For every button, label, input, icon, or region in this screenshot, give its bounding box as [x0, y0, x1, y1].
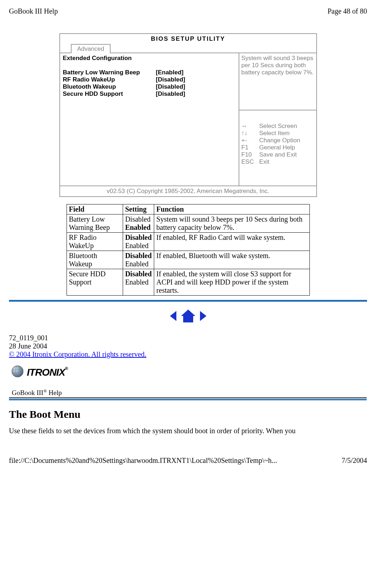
svg-marker-1: [181, 310, 195, 322]
nav-icons: [9, 309, 367, 323]
cell-field: Secure HDD Support: [67, 269, 123, 296]
cell-field: RF Radio WakeUp: [67, 233, 123, 251]
bios-row-value: [Disabled]: [156, 83, 185, 90]
bios-row-label: RF Radio WakeUp: [63, 76, 156, 83]
cell-setting: DisabledEnabled: [123, 251, 154, 269]
header-left: GoBook III Help: [9, 7, 58, 15]
key-action: General Help: [259, 144, 295, 151]
brand-logo: ITRONIX®: [9, 365, 367, 380]
bios-title: BIOS SETUP UTILITY: [60, 34, 316, 44]
document-id: 72_0119_001: [9, 334, 367, 342]
key: ↔: [241, 123, 259, 130]
nav-next-icon[interactable]: [198, 311, 208, 319]
col-setting: Setting: [123, 204, 154, 214]
key-action: Select Item: [259, 130, 290, 137]
bios-section-heading: Extended Configuration: [63, 55, 236, 62]
key: ESC: [241, 158, 259, 165]
bios-row: Battery Low Warning Beep [Enabled]: [63, 69, 236, 76]
cell-setting: DisabledEnabled: [123, 214, 154, 233]
table-row: RF Radio WakeUp DisabledEnabled If enabl…: [67, 233, 309, 251]
section-body: Use these fields to set the devices from…: [9, 427, 367, 435]
bios-screenshot: BIOS SETUP UTILITY Advanced Extended Con…: [9, 33, 367, 197]
table-row: Battery Low Warning Beep DisabledEnabled…: [67, 214, 309, 233]
document-date: 28 June 2004: [9, 342, 367, 350]
divider: [9, 300, 367, 302]
cell-function: If enabled, Bluetooth will wake system.: [154, 251, 309, 269]
col-function: Function: [154, 204, 309, 214]
cell-function: If enabled, RF Radio Card will wake syst…: [154, 233, 309, 251]
bios-row: Bluetooth Wakeup [Disabled]: [63, 83, 236, 90]
key-action: Save and Exit: [259, 151, 297, 158]
bios-footer: v02.53 (C) Copyright 1985-2002, American…: [60, 186, 316, 196]
header-right: Page 48 of 80: [327, 7, 367, 15]
key-action: Change Option: [259, 137, 300, 144]
cell-field: Battery Low Warning Beep: [67, 214, 123, 233]
nav-prev-icon[interactable]: [169, 311, 180, 319]
cell-field: Bluetooth Wakeup: [67, 251, 123, 269]
bios-help-text: System will sound 3 beeps per 10 Secs du…: [239, 53, 316, 110]
key: ↑↓: [241, 130, 259, 137]
bios-tab-advanced: Advanced: [71, 44, 111, 53]
cell-function: System will sound 3 beeps per 10 Secs du…: [154, 214, 309, 233]
globe-icon: [11, 365, 27, 380]
divider: [9, 399, 367, 400]
field-setting-function-table: Field Setting Function Battery Low Warni…: [67, 204, 310, 296]
footer-path: file://C:\Documents%20and%20Settings\har…: [9, 456, 277, 465]
page-header: GoBook III Help Page 48 of 80: [9, 7, 367, 15]
bios-row: RF Radio WakeUp [Disabled]: [63, 76, 236, 83]
bios-row-value: [Enabled]: [156, 69, 184, 76]
key: +-: [241, 137, 259, 144]
bios-row-label: Bluetooth Wakeup: [63, 83, 156, 90]
table-row: Bluetooth Wakeup DisabledEnabled If enab…: [67, 251, 309, 269]
help-label: GoBook III® Help: [9, 388, 62, 397]
page-footer: file://C:\Documents%20and%20Settings\har…: [9, 456, 367, 465]
footer-date: 7/5/2004: [342, 456, 367, 465]
key-action: Select Screen: [259, 123, 297, 130]
bios-row: Secure HDD Support [Disabled]: [63, 90, 236, 98]
svg-marker-2: [200, 311, 206, 321]
section-heading: The Boot Menu: [9, 408, 367, 420]
bios-row-label: Secure HDD Support: [63, 90, 156, 98]
bios-row-value: [Disabled]: [156, 90, 185, 98]
bios-row-label: Battery Low Warning Beep: [63, 69, 156, 76]
table-header-row: Field Setting Function: [67, 204, 309, 214]
brand-name: ITRONIX®: [27, 367, 68, 378]
table-row: Secure HDD Support DisabledEnabled If en…: [67, 269, 309, 296]
svg-point-3: [12, 366, 23, 377]
col-field: Field: [67, 204, 123, 214]
key: F10: [241, 151, 259, 158]
svg-marker-0: [170, 311, 176, 321]
cell-function: If enabled, the system will close S3 sup…: [154, 269, 309, 296]
key: F1: [241, 144, 259, 151]
cell-setting: DisabledEnabled: [123, 269, 154, 296]
bios-key-legend: ↔Select Screen ↑↓Select Item +-Change Op…: [239, 110, 316, 186]
cell-setting: DisabledEnabled: [123, 233, 154, 251]
bios-row-value: [Disabled]: [156, 76, 185, 83]
copyright-link[interactable]: © 2004 Itronix Corporation. All rights r…: [9, 350, 146, 358]
key-action: Exit: [259, 158, 269, 165]
nav-home-icon[interactable]: [180, 311, 198, 319]
